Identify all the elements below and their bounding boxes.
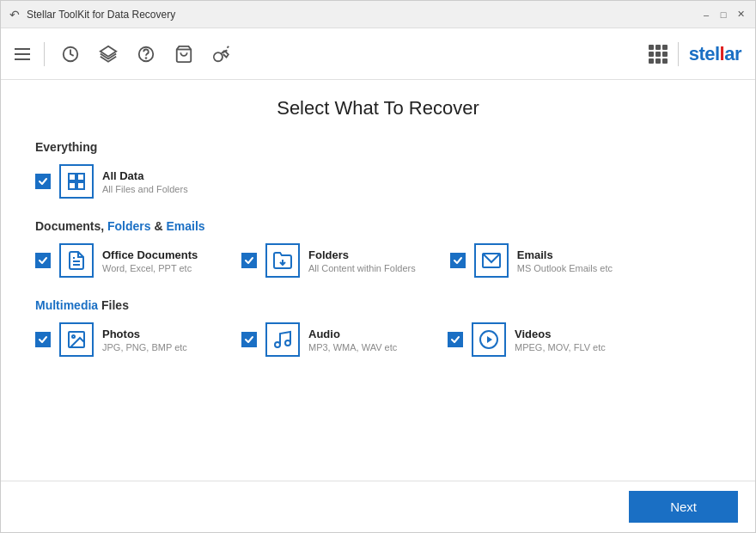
photos-icon-box <box>59 322 94 357</box>
office-docs-icon-box <box>59 243 94 278</box>
section-title-everything: Everything <box>35 140 721 154</box>
item-photos: Photos JPG, PNG, BMP etc <box>35 322 207 357</box>
section-title-multimedia: Multimedia Files <box>35 298 721 312</box>
maximize-button[interactable]: □ <box>717 9 729 21</box>
audio-name: Audio <box>308 328 397 340</box>
videos-text: Videos MPEG, MOV, FLV etc <box>515 328 606 352</box>
back-icon[interactable]: ↶ <box>9 8 20 21</box>
photos-name: Photos <box>102 328 187 340</box>
close-button[interactable]: ✕ <box>735 9 747 21</box>
item-folders: Folders All Content within Folders <box>241 243 416 278</box>
items-row-everything: All Data All Files and Folders <box>35 164 721 199</box>
office-docs-name: Office Documents <box>102 248 198 261</box>
all-data-sub: All Files and Folders <box>102 184 188 194</box>
svg-point-15 <box>72 335 75 338</box>
office-docs-text: Office Documents Word, Excel, PPT etc <box>102 248 198 273</box>
folders-name: Folders <box>308 248 416 261</box>
items-row-multimedia: Photos JPG, PNG, BMP etc <box>35 322 721 357</box>
toolbar-divider <box>44 42 45 66</box>
photos-sub: JPG, PNG, BMP etc <box>102 342 187 352</box>
layers-icon[interactable] <box>96 42 120 66</box>
videos-sub: MPEG, MOV, FLV etc <box>515 342 606 352</box>
folders-text: Folders All Content within Folders <box>308 248 416 273</box>
next-button[interactable]: Next <box>629 491 738 523</box>
items-row-documents: Office Documents Word, Excel, PPT etc <box>35 243 721 278</box>
emails-text: Emails MS Outlook Emails etc <box>517 248 613 273</box>
videos-icon-box <box>472 322 506 357</box>
checkbox-office-docs[interactable] <box>35 253 51 268</box>
minimize-button[interactable]: – <box>700 9 712 21</box>
svg-rect-7 <box>69 182 76 189</box>
clock-icon[interactable] <box>58 42 82 66</box>
section-documents: Documents, Folders & Emails <box>35 219 721 278</box>
stellar-logo: stellar <box>689 43 741 65</box>
svg-rect-5 <box>69 174 76 181</box>
svg-point-16 <box>275 342 280 347</box>
checkbox-all-data[interactable] <box>35 174 51 189</box>
all-data-icon-box <box>59 164 94 199</box>
svg-rect-8 <box>77 182 84 189</box>
section-title-documents: Documents, Folders & Emails <box>35 219 721 233</box>
all-data-name: All Data <box>102 169 188 182</box>
office-docs-sub: Word, Excel, PPT etc <box>102 263 198 273</box>
cart-icon[interactable] <box>172 42 196 66</box>
audio-icon-box <box>265 322 300 357</box>
title-bar: ↶ Stellar ToolKit for Data Recovery – □ … <box>1 1 755 28</box>
emails-icon-box <box>474 243 509 278</box>
section-everything: Everything All Data <box>35 140 721 199</box>
svg-marker-19 <box>487 336 492 343</box>
checkbox-audio[interactable] <box>241 332 257 347</box>
emails-sub: MS Outlook Emails etc <box>517 263 613 273</box>
checkbox-folders[interactable] <box>241 253 257 268</box>
checkbox-photos[interactable] <box>35 332 51 347</box>
app-title: Stellar ToolKit for Data Recovery <box>27 9 175 21</box>
svg-point-17 <box>285 340 290 346</box>
menu-icon[interactable] <box>15 48 30 60</box>
svg-point-3 <box>146 58 147 58</box>
checkbox-videos[interactable] <box>448 332 463 347</box>
apps-icon[interactable] <box>649 45 668 64</box>
item-all-data: All Data All Files and Folders <box>35 164 207 199</box>
audio-text: Audio MP3, WMA, WAV etc <box>308 328 397 352</box>
item-office-docs: Office Documents Word, Excel, PPT etc <box>35 243 207 278</box>
item-videos: Videos MPEG, MOV, FLV etc <box>448 322 619 357</box>
emails-name: Emails <box>517 248 613 261</box>
folders-sub: All Content within Folders <box>308 263 416 273</box>
toolbar-divider2 <box>678 42 679 66</box>
item-audio: Audio MP3, WMA, WAV etc <box>241 322 413 357</box>
folders-icon-box <box>265 243 300 278</box>
svg-rect-6 <box>77 174 84 181</box>
section-multimedia: Multimedia Files Photos <box>35 298 721 357</box>
help-icon[interactable] <box>134 42 158 66</box>
checkbox-emails[interactable] <box>450 253 466 268</box>
main-content: Select What To Recover Everything <box>1 80 755 481</box>
toolbar: stellar <box>1 28 755 80</box>
videos-name: Videos <box>515 328 606 340</box>
key-icon[interactable] <box>210 42 234 66</box>
footer: Next <box>1 481 755 532</box>
photos-text: Photos JPG, PNG, BMP etc <box>102 328 187 352</box>
item-emails: Emails MS Outlook Emails etc <box>450 243 622 278</box>
all-data-text: All Data All Files and Folders <box>102 169 188 194</box>
page-title: Select What To Recover <box>35 97 721 119</box>
audio-sub: MP3, WMA, WAV etc <box>308 342 397 352</box>
